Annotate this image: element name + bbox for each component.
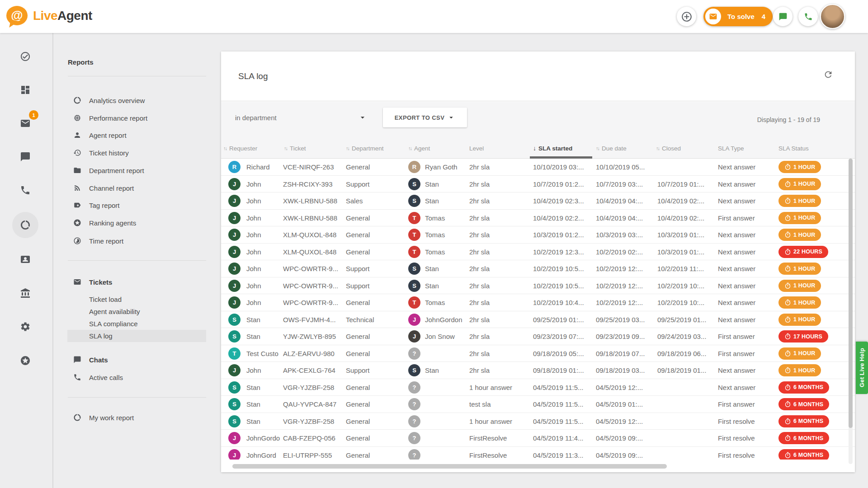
- table-row[interactable]: JJohnGordELI-UTRPP-555General?FirstResol…: [221, 447, 855, 460]
- refresh-icon[interactable]: [823, 70, 834, 80]
- rail-settings-button[interactable]: [16, 317, 35, 336]
- column-header-sla-started[interactable]: ↓SLA started: [533, 138, 572, 159]
- tasks-check-icon: [20, 51, 31, 62]
- get-live-help-button[interactable]: Get Live Help: [856, 342, 868, 394]
- nav-item-active-calls[interactable]: Active calls: [73, 371, 123, 384]
- vertical-scrollbar-thumb[interactable]: [849, 159, 853, 428]
- sort-icon: ↑↓: [284, 145, 287, 151]
- due-date-cell: 10/4/2019 04:...: [596, 210, 654, 226]
- table-row[interactable]: SStanOWS-FVJMH-4...TechnicalJJohnGordon2…: [221, 311, 855, 328]
- star-circle-icon: [73, 219, 81, 227]
- sla-started-cell: 10/10/2019 03:...: [533, 159, 593, 175]
- table-row[interactable]: SStanQAU-YVPCA-847General?test sla04/5/2…: [221, 396, 855, 413]
- rail-company-button[interactable]: [16, 284, 35, 303]
- column-header-due-date[interactable]: ↑↓Due date: [596, 138, 627, 159]
- to-solve-count: 4: [762, 13, 765, 20]
- due-date-cell: 04/5/2019 12:...: [596, 413, 654, 430]
- table-row[interactable]: JJohnGordoCAB-FZEPQ-056General?FirstReso…: [221, 430, 855, 447]
- table-row[interactable]: JJohnXWK-LRBNU-588SalesSStan2hr sla10/4/…: [221, 192, 855, 210]
- table-header-row: ↑↓Requester↑↓Ticket↑↓Department↑↓AgentLe…: [221, 138, 855, 159]
- table-row[interactable]: JJohnWPC-OWRTR-9...SupportSStan2hr sla10…: [221, 277, 855, 295]
- ticket-cell: APK-CEXLG-764: [283, 362, 340, 379]
- phone-button[interactable]: [798, 7, 818, 26]
- column-header-requester[interactable]: ↑↓Requester: [223, 138, 257, 159]
- agent-avatar: ?: [408, 449, 420, 460]
- table-row[interactable]: TTest CustoALZ-EARVU-980General?2hr sla0…: [221, 345, 855, 362]
- memory-icon: [73, 114, 81, 122]
- sla-started-cell: 04/5/2019 11:3...: [533, 447, 593, 460]
- nav-item-agent-availability[interactable]: Agent availability: [89, 305, 140, 318]
- liveagent-logo[interactable]: @ LiveAgent: [6, 6, 92, 25]
- nav-item-time-report[interactable]: Time report: [73, 234, 123, 248]
- ticket-cell: ZSH-RCIXY-393: [283, 176, 340, 192]
- column-header-closed[interactable]: ↑↓Closed: [656, 138, 681, 159]
- nav-section-chats[interactable]: Chats: [73, 353, 108, 366]
- nav-item-agent-report[interactable]: Agent report: [73, 128, 127, 142]
- department-filter-select[interactable]: in department: [235, 108, 367, 127]
- agent-name-cell: Ryan Goth: [425, 159, 467, 175]
- user-avatar[interactable]: [820, 4, 845, 29]
- reports-icon: [20, 220, 31, 230]
- closed-cell: 10/2/2019 10:...: [657, 294, 715, 311]
- nav-item-ranking-agents[interactable]: Ranking agents: [73, 216, 136, 230]
- agent-avatar: S: [408, 280, 420, 292]
- requester-avatar: S: [228, 381, 241, 394]
- chat-button[interactable]: [773, 7, 793, 26]
- nav-item-analytics-overview[interactable]: Analytics overview: [73, 94, 145, 107]
- table-row[interactable]: SStanVGR-YJZBF-258General?1 hour answer0…: [221, 413, 855, 430]
- sla-status-badge: 1 HOUR: [778, 161, 821, 173]
- rail-tasks-check-button[interactable]: [16, 47, 35, 66]
- column-header-ticket[interactable]: ↑↓Ticket: [284, 138, 306, 159]
- add-button[interactable]: [677, 7, 696, 26]
- rail-reports-button[interactable]: [16, 216, 35, 235]
- requester-avatar: J: [228, 364, 241, 376]
- column-header-department[interactable]: ↑↓Department: [346, 138, 384, 159]
- sla-type-cell: Next answer: [718, 379, 775, 396]
- sort-icon: ↑↓: [346, 145, 349, 151]
- nav-item-sla-compliance[interactable]: SLA compliance: [89, 318, 138, 330]
- column-header-agent[interactable]: ↑↓Agent: [408, 138, 430, 159]
- nav-item-ticket-load[interactable]: Ticket load: [89, 293, 122, 305]
- nav-item-channel-report[interactable]: Channel report: [73, 181, 134, 195]
- table-row[interactable]: RRichardVCE-NIRQF-263GeneralRRyan Goth2h…: [221, 159, 855, 176]
- divider: [68, 260, 206, 261]
- ticket-cell: XWK-LRBNU-588: [283, 210, 340, 226]
- to-solve-button[interactable]: To solve 4: [703, 7, 773, 26]
- rail-addons-button[interactable]: [16, 351, 35, 370]
- agent-avatar: ?: [408, 415, 420, 427]
- nav-item-department-report[interactable]: Department report: [73, 164, 144, 177]
- requester-avatar: J: [228, 246, 241, 258]
- level-cell: 2hr sla: [469, 192, 529, 209]
- table-row[interactable]: JJohnWPC-OWRTR-9...GeneralTTomas2hr sla1…: [221, 294, 855, 311]
- table-row[interactable]: SStanVGR-YJZBF-258General?1 hour answer0…: [221, 379, 855, 396]
- rail-tickets-mail-button[interactable]: 1: [16, 114, 35, 133]
- table-row[interactable]: JJohnXLM-QUXOL-848GeneralTTomas2hr sla10…: [221, 244, 855, 261]
- requester-avatar: J: [228, 178, 241, 190]
- export-to-csv-button[interactable]: EXPORT TO CSV: [383, 108, 467, 127]
- closed-cell: [657, 159, 715, 175]
- rail-contacts-button[interactable]: [16, 250, 35, 269]
- nav-item-ticket-history[interactable]: Ticket history: [73, 146, 129, 160]
- nav-item-sla-log[interactable]: SLA log: [89, 330, 113, 342]
- agent-avatar: ?: [408, 381, 420, 394]
- table-row[interactable]: JJohnWPC-OWRTR-9...SupportSStan2hr sla10…: [221, 260, 855, 277]
- horizontal-scrollbar-thumb[interactable]: [232, 464, 667, 469]
- department-cell: Support: [346, 362, 401, 379]
- stopwatch-icon: [784, 316, 791, 323]
- table-row[interactable]: JJohnZSH-RCIXY-393SupportSStan2hr sla10/…: [221, 176, 855, 193]
- table-row[interactable]: JJohnXWK-LRBNU-588GeneralTTomas2hr sla10…: [221, 210, 855, 227]
- nav-item-performance-report[interactable]: Performance report: [73, 111, 147, 125]
- table-row[interactable]: JJohnAPK-CEXLG-764SupportSStan2hr sla09/…: [221, 362, 855, 379]
- nav-section-tickets[interactable]: Tickets: [73, 275, 112, 289]
- nav-item-tag-report[interactable]: Tag report: [73, 198, 120, 212]
- rail-calls-button[interactable]: [16, 181, 35, 200]
- rail-dashboard-button[interactable]: [16, 80, 35, 99]
- nav-item-my-work-report[interactable]: My work report: [73, 411, 134, 424]
- sla-type-cell: First answer: [718, 210, 775, 226]
- requester-avatar: J: [228, 296, 241, 309]
- rail-chats-button[interactable]: [16, 147, 35, 166]
- table-row[interactable]: SStanYJW-ZWLYB-895GeneralJJon Snow2hr sl…: [221, 328, 855, 345]
- closed-cell: [657, 413, 715, 430]
- sla-log-card: SLA log in department EXPORT TO CSV Disp…: [221, 52, 855, 472]
- table-row[interactable]: JJohnXLM-QUXOL-848GeneralTTomas2hr sla10…: [221, 226, 855, 244]
